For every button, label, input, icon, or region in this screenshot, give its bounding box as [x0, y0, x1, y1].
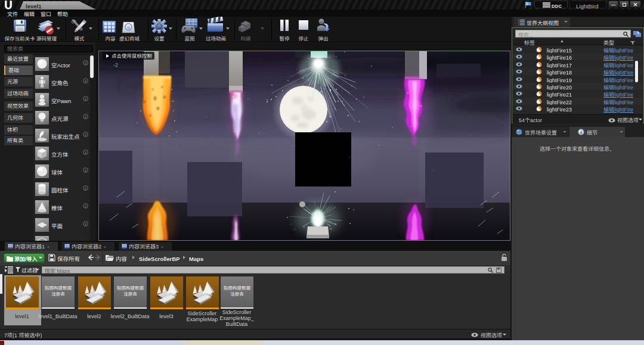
- svg-text:level1_BuiltData: level1_BuiltData: [38, 312, 77, 320]
- svg-text:u: u: [128, 24, 130, 30]
- svg-text:level3: level3: [159, 312, 174, 320]
- svg-text:level1: level1: [15, 312, 29, 320]
- svg-text:ExampleMap: ExampleMap: [187, 315, 218, 323]
- svg-text:BuiltData: BuiltData: [226, 320, 248, 328]
- svg-text:level2: level2: [87, 312, 101, 320]
- svg-text:i: i: [581, 129, 582, 135]
- svg-text:level2_BuiltData: level2_BuiltData: [110, 312, 149, 320]
